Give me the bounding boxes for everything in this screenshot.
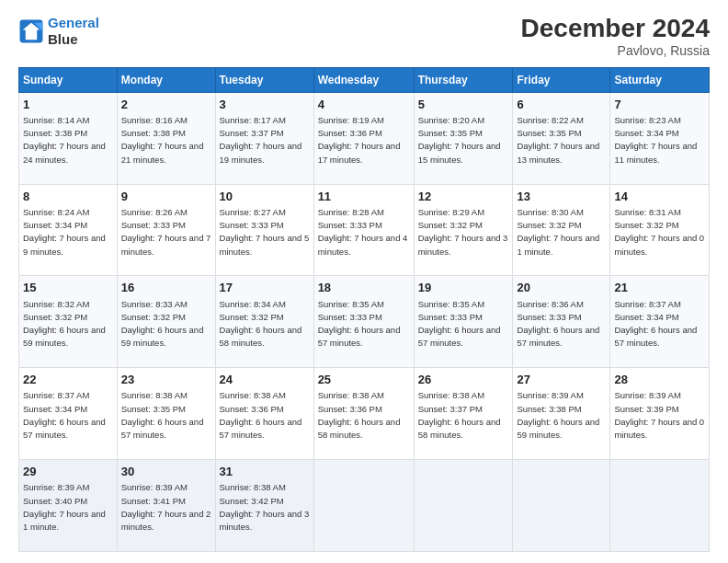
logo-text: General Blue [48, 15, 99, 48]
day-info: Sunrise: 8:39 AMSunset: 3:40 PMDaylight:… [23, 481, 113, 534]
calendar-cell: 30Sunrise: 8:39 AMSunset: 3:41 PMDayligh… [117, 460, 215, 552]
calendar-cell: 5Sunrise: 8:20 AMSunset: 3:35 PMDaylight… [414, 92, 513, 184]
day-number: 21 [614, 280, 705, 296]
day-info: Sunrise: 8:30 AMSunset: 3:32 PMDaylight:… [517, 206, 606, 259]
week-row-5: 29Sunrise: 8:39 AMSunset: 3:40 PMDayligh… [19, 460, 710, 552]
calendar-cell: 13Sunrise: 8:30 AMSunset: 3:32 PMDayligh… [513, 184, 610, 276]
day-info: Sunrise: 8:29 AMSunset: 3:32 PMDaylight:… [418, 206, 509, 259]
day-info: Sunrise: 8:37 AMSunset: 3:34 PMDaylight:… [23, 389, 113, 442]
main-title: December 2024 [521, 15, 710, 43]
day-info: Sunrise: 8:27 AMSunset: 3:33 PMDaylight:… [220, 206, 310, 259]
day-info: Sunrise: 8:35 AMSunset: 3:33 PMDaylight:… [418, 298, 509, 350]
week-row-3: 15Sunrise: 8:32 AMSunset: 3:32 PMDayligh… [19, 276, 710, 368]
logo-icon [18, 18, 44, 44]
calendar-cell: 4Sunrise: 8:19 AMSunset: 3:36 PMDaylight… [313, 92, 414, 184]
day-number: 31 [220, 464, 310, 480]
day-info: Sunrise: 8:39 AMSunset: 3:38 PMDaylight:… [517, 389, 606, 442]
day-number: 16 [121, 280, 211, 296]
calendar-cell: 8Sunrise: 8:24 AMSunset: 3:34 PMDaylight… [19, 184, 118, 276]
day-info: Sunrise: 8:37 AMSunset: 3:34 PMDaylight:… [614, 298, 705, 350]
calendar-cell [513, 460, 610, 552]
calendar-cell [610, 460, 710, 552]
day-number: 20 [517, 280, 606, 296]
day-number: 30 [121, 464, 211, 480]
calendar-cell: 10Sunrise: 8:27 AMSunset: 3:33 PMDayligh… [215, 184, 313, 276]
calendar-cell: 14Sunrise: 8:31 AMSunset: 3:32 PMDayligh… [610, 184, 710, 276]
calendar-cell: 18Sunrise: 8:35 AMSunset: 3:33 PMDayligh… [313, 276, 414, 368]
day-info: Sunrise: 8:34 AMSunset: 3:32 PMDaylight:… [220, 298, 310, 350]
day-number: 19 [418, 280, 509, 296]
day-info: Sunrise: 8:36 AMSunset: 3:33 PMDaylight:… [517, 298, 606, 350]
calendar-cell: 6Sunrise: 8:22 AMSunset: 3:35 PMDaylight… [513, 92, 610, 184]
calendar-cell: 12Sunrise: 8:29 AMSunset: 3:32 PMDayligh… [414, 184, 513, 276]
col-header-tuesday: Tuesday [215, 67, 313, 92]
calendar-cell [313, 460, 414, 552]
day-number: 26 [418, 372, 509, 388]
col-header-monday: Monday [117, 67, 215, 92]
day-number: 12 [418, 189, 509, 205]
calendar-cell: 9Sunrise: 8:26 AMSunset: 3:33 PMDaylight… [117, 184, 215, 276]
day-number: 4 [318, 97, 410, 113]
day-info: Sunrise: 8:16 AMSunset: 3:38 PMDaylight:… [121, 114, 211, 167]
day-number: 27 [517, 372, 606, 388]
day-number: 15 [23, 280, 113, 296]
day-info: Sunrise: 8:38 AMSunset: 3:42 PMDaylight:… [220, 481, 310, 534]
day-number: 25 [318, 372, 410, 388]
day-number: 14 [614, 189, 705, 205]
day-info: Sunrise: 8:20 AMSunset: 3:35 PMDaylight:… [418, 114, 509, 167]
calendar-cell: 16Sunrise: 8:33 AMSunset: 3:32 PMDayligh… [117, 276, 215, 368]
calendar-page: General Blue December 2024 Pavlovo, Russ… [0, 0, 728, 563]
day-number: 11 [318, 189, 410, 205]
day-number: 7 [614, 97, 705, 113]
day-info: Sunrise: 8:17 AMSunset: 3:37 PMDaylight:… [220, 114, 310, 167]
calendar-cell: 23Sunrise: 8:38 AMSunset: 3:35 PMDayligh… [117, 368, 215, 460]
calendar-cell: 1Sunrise: 8:14 AMSunset: 3:38 PMDaylight… [19, 92, 118, 184]
col-header-thursday: Thursday [414, 67, 513, 92]
calendar-cell: 2Sunrise: 8:16 AMSunset: 3:38 PMDaylight… [117, 92, 215, 184]
day-number: 5 [418, 97, 509, 113]
calendar-cell [414, 460, 513, 552]
calendar-cell: 17Sunrise: 8:34 AMSunset: 3:32 PMDayligh… [215, 276, 313, 368]
logo-line1: General [48, 15, 99, 30]
day-info: Sunrise: 8:35 AMSunset: 3:33 PMDaylight:… [318, 298, 410, 350]
calendar-cell: 22Sunrise: 8:37 AMSunset: 3:34 PMDayligh… [19, 368, 118, 460]
title-block: December 2024 Pavlovo, Russia [521, 15, 710, 58]
day-info: Sunrise: 8:28 AMSunset: 3:33 PMDaylight:… [318, 206, 410, 259]
col-header-wednesday: Wednesday [313, 67, 414, 92]
logo: General Blue [18, 15, 99, 48]
calendar-cell: 21Sunrise: 8:37 AMSunset: 3:34 PMDayligh… [610, 276, 710, 368]
day-number: 9 [121, 189, 211, 205]
day-number: 1 [23, 97, 113, 113]
day-info: Sunrise: 8:31 AMSunset: 3:32 PMDaylight:… [614, 206, 705, 259]
week-row-2: 8Sunrise: 8:24 AMSunset: 3:34 PMDaylight… [19, 184, 710, 276]
calendar-cell: 31Sunrise: 8:38 AMSunset: 3:42 PMDayligh… [215, 460, 313, 552]
day-info: Sunrise: 8:32 AMSunset: 3:32 PMDaylight:… [23, 298, 113, 350]
day-info: Sunrise: 8:38 AMSunset: 3:37 PMDaylight:… [418, 389, 509, 442]
day-number: 3 [220, 97, 310, 113]
day-number: 22 [23, 372, 113, 388]
day-number: 29 [23, 464, 113, 480]
week-row-4: 22Sunrise: 8:37 AMSunset: 3:34 PMDayligh… [19, 368, 710, 460]
day-info: Sunrise: 8:23 AMSunset: 3:34 PMDaylight:… [614, 114, 705, 167]
day-number: 18 [318, 280, 410, 296]
calendar-cell: 26Sunrise: 8:38 AMSunset: 3:37 PMDayligh… [414, 368, 513, 460]
calendar-cell: 29Sunrise: 8:39 AMSunset: 3:40 PMDayligh… [19, 460, 118, 552]
day-number: 17 [220, 280, 310, 296]
day-info: Sunrise: 8:26 AMSunset: 3:33 PMDaylight:… [121, 206, 211, 259]
calendar-cell: 19Sunrise: 8:35 AMSunset: 3:33 PMDayligh… [414, 276, 513, 368]
calendar-cell: 20Sunrise: 8:36 AMSunset: 3:33 PMDayligh… [513, 276, 610, 368]
day-info: Sunrise: 8:38 AMSunset: 3:36 PMDaylight:… [318, 389, 410, 442]
day-info: Sunrise: 8:24 AMSunset: 3:34 PMDaylight:… [23, 206, 113, 259]
day-info: Sunrise: 8:22 AMSunset: 3:35 PMDaylight:… [517, 114, 606, 167]
day-number: 23 [121, 372, 211, 388]
day-number: 6 [517, 97, 606, 113]
day-info: Sunrise: 8:19 AMSunset: 3:36 PMDaylight:… [318, 114, 410, 167]
col-header-saturday: Saturday [610, 67, 710, 92]
header: General Blue December 2024 Pavlovo, Russ… [18, 15, 710, 58]
day-info: Sunrise: 8:33 AMSunset: 3:32 PMDaylight:… [121, 298, 211, 350]
day-number: 13 [517, 189, 606, 205]
calendar-cell: 27Sunrise: 8:39 AMSunset: 3:38 PMDayligh… [513, 368, 610, 460]
week-row-1: 1Sunrise: 8:14 AMSunset: 3:38 PMDaylight… [19, 92, 710, 184]
calendar-cell: 7Sunrise: 8:23 AMSunset: 3:34 PMDaylight… [610, 92, 710, 184]
day-number: 10 [220, 189, 310, 205]
